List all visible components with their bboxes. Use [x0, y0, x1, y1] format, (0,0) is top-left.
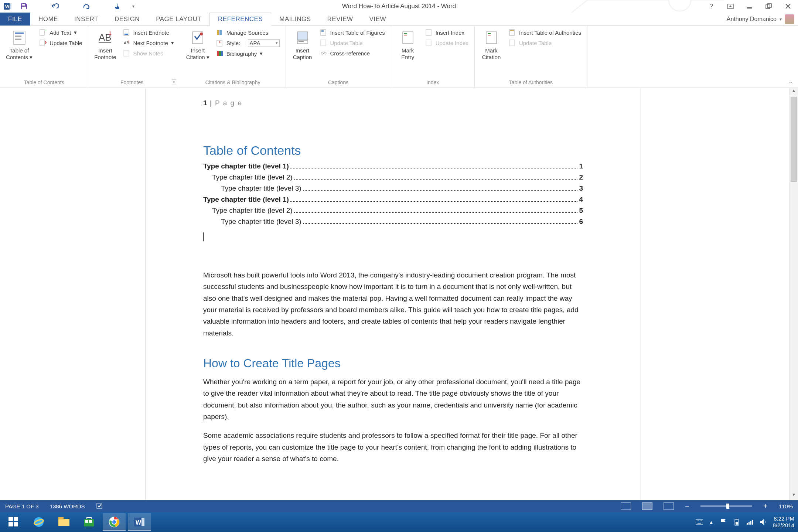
tray-chevron-icon[interactable]: ▲: [709, 519, 714, 525]
svg-rect-74: [141, 518, 144, 526]
toc-entry: Type chapter title (level 2)2: [203, 173, 583, 181]
touch-mode-icon[interactable]: [113, 2, 121, 10]
flag-icon[interactable]: [720, 518, 727, 526]
citation-style-select[interactable]: Style: APA▾: [214, 38, 282, 48]
wifi-icon[interactable]: [746, 518, 754, 526]
taskbar-chrome-icon[interactable]: [103, 513, 126, 531]
collapse-ribbon-icon[interactable]: ︿: [788, 79, 794, 85]
update-toa-button[interactable]: Update Table: [507, 38, 583, 47]
restore-icon[interactable]: [765, 2, 773, 10]
scroll-up-icon[interactable]: ▲: [790, 88, 798, 96]
svg-rect-51: [488, 33, 491, 34]
account-name[interactable]: Anthony Domanico ▾: [727, 13, 794, 25]
zoom-in-icon[interactable]: +: [763, 502, 768, 511]
insert-caption-button[interactable]: Insert Caption: [290, 28, 316, 78]
svg-rect-40: [321, 30, 324, 32]
insert-citation-button[interactable]: Insert Citation ▾: [184, 28, 212, 78]
tab-references[interactable]: REFERENCES: [209, 13, 271, 26]
toc-entry: Type chapter title (level 1)1: [203, 162, 583, 170]
mark-citation-button[interactable]: Mark Citation: [478, 28, 504, 78]
tab-review[interactable]: REVIEW: [319, 13, 361, 25]
ribbon-display-icon[interactable]: [726, 2, 734, 10]
style-value[interactable]: APA▾: [248, 39, 280, 47]
taskbar-word-icon[interactable]: W: [128, 513, 151, 531]
group-label: Citations & Bibliography: [184, 78, 282, 88]
manage-sources-button[interactable]: Manage Sources: [214, 28, 282, 37]
insert-tof-button[interactable]: Insert Table of Figures: [318, 28, 387, 37]
svg-text:1: 1: [109, 31, 112, 36]
svg-rect-56: [97, 503, 102, 508]
insert-toa-button[interactable]: Insert Table of Authorities: [507, 28, 583, 37]
update-table-button[interactable]: Update Table: [37, 38, 84, 47]
svg-point-29: [200, 33, 203, 35]
svg-rect-16: [15, 39, 21, 40]
taskbar-ie-icon[interactable]: [27, 513, 50, 531]
group-footnotes: AB1 Insert Footnote Insert Endnote AB1Ne…: [88, 26, 180, 88]
minimize-icon[interactable]: [746, 2, 754, 10]
help-icon[interactable]: ?: [707, 2, 715, 10]
insert-endnote-button[interactable]: Insert Endnote: [121, 28, 176, 37]
taskbar-explorer-icon[interactable]: [52, 513, 75, 531]
vertical-scrollbar[interactable]: ▲ ▼: [789, 88, 798, 500]
save-icon[interactable]: [20, 2, 28, 10]
bibliography-button[interactable]: Bibliography ▾: [214, 49, 282, 58]
svg-rect-15: [15, 38, 21, 38]
page-count[interactable]: PAGE 1 OF 3: [5, 503, 39, 509]
svg-rect-30: [217, 30, 219, 35]
spellcheck-icon[interactable]: [96, 502, 103, 510]
tab-insert[interactable]: INSERT: [66, 13, 106, 25]
scroll-down-icon[interactable]: ▼: [790, 492, 798, 500]
volume-icon[interactable]: [760, 518, 767, 526]
quick-access-toolbar: W ▾: [0, 2, 137, 10]
insert-footnote-button[interactable]: AB1 Insert Footnote: [92, 28, 118, 78]
heading-title-pages: How to Create Title Pages: [203, 354, 583, 373]
qat-customize-icon[interactable]: ▾: [129, 2, 137, 10]
svg-rect-60: [14, 522, 18, 526]
insert-index-button[interactable]: Insert Index: [423, 28, 471, 37]
scroll-thumb[interactable]: [791, 97, 797, 182]
print-layout-icon[interactable]: [642, 502, 652, 510]
toc-list: Type chapter title (level 1)1Type chapte…: [203, 162, 583, 226]
show-notes-button[interactable]: Show Notes: [121, 49, 176, 58]
heading-toc: Table of Contents: [203, 143, 583, 158]
cross-reference-button[interactable]: Cross-reference: [318, 49, 387, 58]
update-tof-button[interactable]: Update Table: [318, 38, 387, 47]
toc-entry: Type chapter title (level 2)5: [203, 207, 583, 215]
tab-file[interactable]: FILE: [0, 13, 30, 25]
battery-icon[interactable]: [733, 518, 740, 526]
zoom-slider[interactable]: [700, 505, 752, 507]
svg-rect-8: [747, 7, 752, 8]
read-mode-icon[interactable]: [621, 502, 631, 510]
next-footnote-button[interactable]: AB1Next Footnote ▾: [121, 38, 176, 47]
body-text: Microsoft has built powerful tools into …: [203, 269, 583, 464]
svg-rect-19: [40, 40, 44, 46]
redo-icon[interactable]: [82, 2, 90, 10]
tab-view[interactable]: VIEW: [361, 13, 394, 25]
web-layout-icon[interactable]: [664, 502, 674, 510]
tab-mailings[interactable]: MAILINGS: [271, 13, 319, 25]
add-text-button[interactable]: +Add Text ▾: [37, 28, 84, 37]
start-button[interactable]: [2, 513, 25, 531]
svg-rect-86: [750, 521, 751, 525]
status-bar: PAGE 1 OF 3 1386 WORDS − + 110%: [0, 500, 798, 512]
undo-icon[interactable]: [51, 2, 59, 10]
word-count[interactable]: 1386 WORDS: [50, 503, 85, 509]
taskbar-store-icon[interactable]: [78, 513, 100, 531]
svg-rect-75: [696, 519, 703, 525]
word-app-icon[interactable]: W: [4, 2, 12, 10]
update-index-button[interactable]: Update Index: [423, 38, 471, 47]
clock[interactable]: 8:22 PM 8/2/2014: [773, 515, 794, 529]
keyboard-icon[interactable]: [696, 518, 703, 526]
tab-home[interactable]: HOME: [30, 13, 66, 25]
toc-button[interactable]: Table of Contents ▾: [4, 28, 35, 78]
mark-entry-button[interactable]: Mark Entry: [395, 28, 421, 78]
close-icon[interactable]: [784, 2, 792, 10]
tab-design[interactable]: DESIGN: [106, 13, 148, 25]
page[interactable]: 1 | P a g e Table of Contents Type chapt…: [146, 88, 641, 500]
tab-page-layout[interactable]: PAGE LAYOUT: [148, 13, 209, 25]
group-index: Mark Entry Insert Index Update Index Ind…: [391, 26, 475, 88]
zoom-level[interactable]: 110%: [779, 503, 793, 509]
group-authorities: Mark Citation Insert Table of Authoritie…: [475, 26, 587, 88]
zoom-out-icon[interactable]: −: [685, 502, 689, 511]
text-cursor: [203, 232, 204, 241]
